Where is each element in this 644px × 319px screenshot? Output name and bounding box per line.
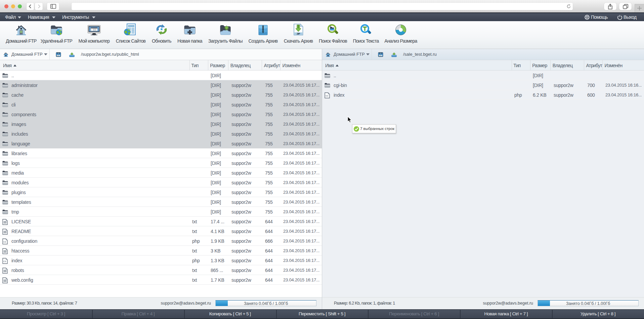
svg-text:ZIP: ZIP <box>297 32 300 35</box>
